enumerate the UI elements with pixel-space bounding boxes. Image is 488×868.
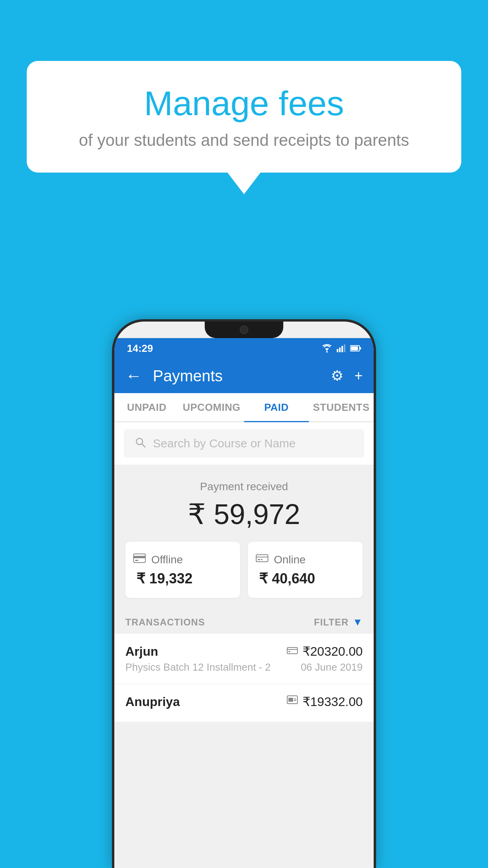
transaction-amount-wrap: ₹20320.00: [287, 644, 363, 659]
svg-rect-18: [287, 647, 297, 654]
app-header: ← Payments ⚙ +: [114, 359, 374, 393]
transactions-label: TRANSACTIONS: [125, 617, 205, 628]
phone-screen: 14:29: [114, 322, 374, 868]
search-icon: [135, 436, 146, 451]
svg-rect-22: [288, 698, 293, 702]
online-card-header: Online: [256, 553, 355, 566]
tab-paid[interactable]: PAID: [244, 393, 309, 421]
payment-cards-row: Offline ₹ 19,332: [125, 542, 363, 598]
payment-received-label: Payment received: [125, 480, 363, 493]
transaction-row-top: Anupriya ₹19332.00: [125, 694, 363, 709]
settings-icon[interactable]: ⚙: [331, 368, 343, 384]
speech-bubble-container: Manage fees of your students and send re…: [27, 61, 461, 194]
transaction-row[interactable]: Arjun ₹20320.00 Physics Batch 1: [114, 634, 374, 684]
search-placeholder-text: Search by Course or Name: [153, 437, 296, 450]
tab-students[interactable]: STUDENTS: [309, 393, 374, 421]
speech-bubble: Manage fees of your students and send re…: [27, 61, 461, 173]
svg-rect-16: [258, 559, 260, 560]
transactions-header: TRANSACTIONS FILTER ▼: [114, 609, 374, 634]
signal-icon: [337, 344, 346, 352]
page-title: Payments: [153, 367, 331, 385]
online-label: Online: [274, 554, 306, 566]
svg-rect-13: [135, 560, 138, 561]
phone-notch: [205, 322, 283, 338]
online-icon: [256, 553, 268, 566]
transaction-row-top: Arjun ₹20320.00: [125, 644, 363, 659]
tab-unpaid[interactable]: UNPAID: [114, 393, 179, 421]
offline-card-header: Offline: [133, 553, 232, 566]
transaction-row[interactable]: Anupriya ₹19332.00: [114, 684, 374, 722]
svg-rect-3: [339, 348, 341, 352]
svg-rect-2: [337, 349, 338, 352]
svg-rect-17: [261, 559, 262, 560]
filter-button[interactable]: FILTER ▼: [314, 616, 363, 628]
phone-frame: 14:29: [114, 322, 374, 868]
speech-bubble-title: Manage fees: [58, 85, 430, 123]
svg-rect-14: [256, 555, 268, 562]
offline-payment-card: Offline ₹ 19,332: [125, 542, 240, 598]
svg-rect-12: [134, 556, 145, 558]
svg-rect-20: [288, 651, 290, 652]
svg-rect-8: [360, 347, 361, 349]
header-icons: ⚙ +: [331, 368, 363, 384]
svg-rect-7: [351, 346, 358, 350]
svg-rect-5: [344, 344, 345, 352]
filter-label: FILTER: [314, 617, 349, 628]
total-payment-amount: ₹ 59,972: [125, 498, 363, 531]
online-pay-icon: [287, 645, 298, 658]
payment-summary: Payment received ₹ 59,972 Offline: [114, 465, 374, 609]
speech-bubble-arrow: [227, 173, 261, 194]
svg-point-1: [326, 351, 328, 353]
offline-icon: [133, 553, 146, 566]
speech-bubble-subtitle: of your students and send receipts to pa…: [58, 130, 430, 151]
tab-upcoming[interactable]: UPCOMING: [179, 393, 244, 421]
svg-rect-4: [341, 346, 343, 352]
tabs-bar: UNPAID UPCOMING PAID STUDENTS: [114, 393, 374, 422]
transaction-date: 06 June 2019: [301, 661, 363, 673]
transaction-name: Arjun: [125, 644, 158, 659]
offline-label: Offline: [151, 554, 183, 566]
transaction-name: Anupriya: [125, 695, 180, 709]
transaction-amount-wrap: ₹19332.00: [287, 694, 363, 709]
front-camera: [240, 326, 248, 334]
battery-icon: [350, 345, 361, 352]
search-bar-container: Search by Course or Name: [114, 422, 374, 465]
transaction-amount: ₹19332.00: [303, 694, 363, 709]
back-button[interactable]: ←: [125, 366, 142, 385]
transaction-detail: Physics Batch 12 Installment - 2: [125, 661, 271, 673]
transaction-amount: ₹20320.00: [303, 644, 363, 659]
filter-icon: ▼: [352, 616, 363, 628]
online-payment-card: Online ₹ 40,640: [248, 542, 363, 598]
status-icons: [321, 344, 361, 353]
wifi-icon: [321, 344, 333, 353]
online-amount: ₹ 40,640: [256, 570, 355, 587]
offline-amount: ₹ 19,332: [133, 570, 232, 587]
transaction-list: Arjun ₹20320.00 Physics Batch 1: [114, 634, 374, 722]
status-bar: 14:29: [114, 338, 374, 359]
offline-pay-icon: [287, 695, 298, 708]
status-time: 14:29: [127, 342, 153, 355]
svg-line-10: [142, 444, 145, 447]
add-icon[interactable]: +: [354, 368, 363, 384]
svg-marker-0: [325, 348, 329, 351]
transaction-row-bottom: Physics Batch 12 Installment - 2 06 June…: [125, 661, 363, 673]
search-bar[interactable]: Search by Course or Name: [124, 429, 364, 458]
